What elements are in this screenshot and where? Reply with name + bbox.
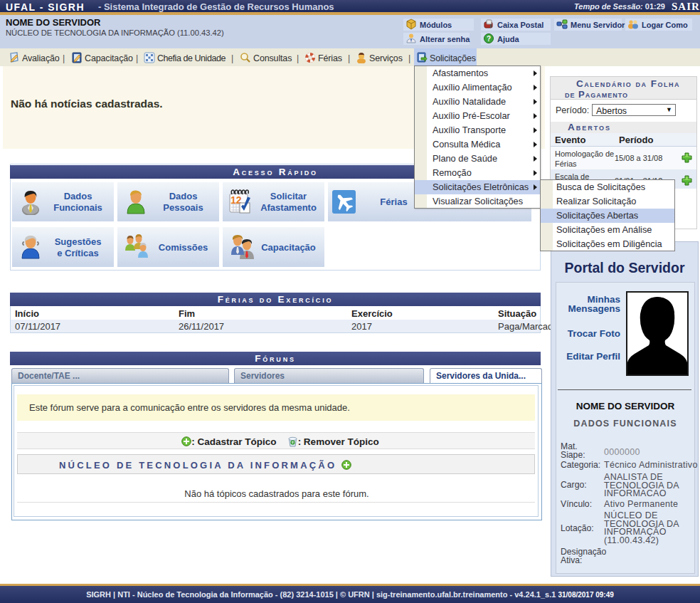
svg-text:?: ? [487,35,491,43]
